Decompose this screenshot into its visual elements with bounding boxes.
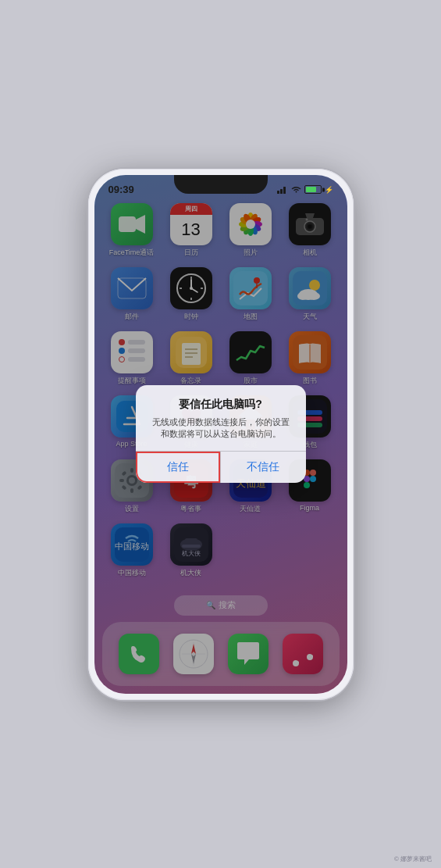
svg-rect-0: [277, 191, 279, 194]
status-icons: ⚡: [277, 185, 333, 194]
alert-title: 要信任此电脑吗?: [148, 398, 293, 412]
dont-trust-button[interactable]: 不信任: [221, 452, 306, 483]
battery-fill: [306, 187, 317, 192]
phone-screen: 09:39 ⚡: [94, 175, 347, 694]
watermark: © 娜萝来酱吧: [394, 855, 432, 863]
svg-rect-1: [280, 189, 283, 194]
wifi-icon: [291, 185, 301, 194]
alert-buttons: 信任 不信任: [136, 451, 306, 483]
alert-content: 要信任此电脑吗? 无线或使用数据线连接后，你的设置和数据将可以从这台电脑访问。: [136, 385, 306, 441]
trust-button[interactable]: 信任: [136, 452, 222, 483]
signal-icon: [277, 185, 288, 194]
status-time: 09:39: [108, 184, 134, 195]
charging-icon: ⚡: [325, 186, 333, 194]
phone-frame: 09:39 ⚡: [88, 169, 354, 700]
alert-message: 无线或使用数据线连接后，你的设置和数据将可以从这台电脑访问。: [148, 416, 293, 441]
alert-dialog: 要信任此电脑吗? 无线或使用数据线连接后，你的设置和数据将可以从这台电脑访问。 …: [136, 385, 306, 484]
notch: [174, 175, 268, 194]
battery-icon: [304, 185, 322, 194]
alert-overlay: 要信任此电脑吗? 无线或使用数据线连接后，你的设置和数据将可以从这台电脑访问。 …: [94, 175, 347, 694]
svg-rect-2: [283, 187, 286, 194]
